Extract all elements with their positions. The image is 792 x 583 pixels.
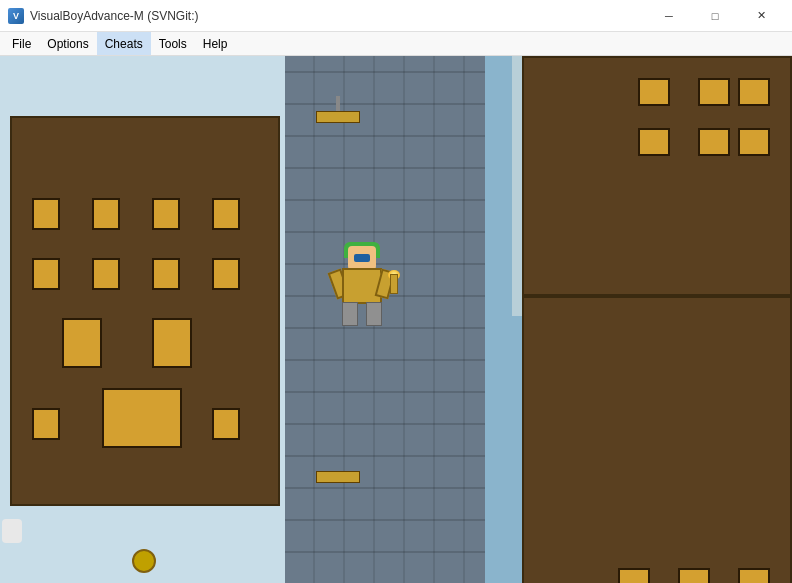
window-4 <box>212 198 240 230</box>
rwindow-7 <box>738 568 770 583</box>
rwindow-2 <box>638 78 670 106</box>
sprite-small <box>2 519 22 543</box>
char-torch <box>390 274 398 294</box>
rwindow-5 <box>638 128 670 156</box>
window-2 <box>92 198 120 230</box>
menu-item-cheats[interactable]: Cheats <box>97 32 151 55</box>
menu-item-options[interactable]: Options <box>39 32 96 55</box>
rwindow-8 <box>678 568 710 583</box>
char-leg-left <box>342 302 358 326</box>
window-5 <box>32 258 60 290</box>
window-10 <box>152 318 192 368</box>
rwindow-1 <box>698 78 730 106</box>
corridor-item-bottom <box>316 471 360 483</box>
rwindow-6 <box>738 128 770 156</box>
window-door <box>102 388 182 448</box>
minimize-button[interactable]: ─ <box>646 0 692 32</box>
corridor-item-top <box>316 111 360 123</box>
app-icon: V <box>8 8 24 24</box>
window-6 <box>92 258 120 290</box>
window-1 <box>32 198 60 230</box>
snow-roof <box>0 56 290 116</box>
window-9 <box>62 318 102 368</box>
rwindow-3 <box>738 78 770 106</box>
title-bar-left: V VisualBoyAdvance-M (SVNGit:) <box>8 8 199 24</box>
title-bar: V VisualBoyAdvance-M (SVNGit:) ─ □ ✕ <box>0 0 792 32</box>
player-character <box>330 246 394 326</box>
window-8 <box>212 258 240 290</box>
building-right-bottom <box>522 296 792 583</box>
window-7 <box>152 258 180 290</box>
window-controls: ─ □ ✕ <box>646 0 784 32</box>
maximize-button[interactable]: □ <box>692 0 738 32</box>
window-12 <box>212 408 240 440</box>
char-face <box>354 254 370 262</box>
barrel-item <box>132 549 156 573</box>
window-11 <box>32 408 60 440</box>
rwindow-9 <box>618 568 650 583</box>
game-canvas <box>0 56 792 583</box>
title-bar-title: VisualBoyAdvance-M (SVNGit:) <box>30 9 199 23</box>
char-leg-right <box>366 302 382 326</box>
corridor-pole <box>336 96 340 112</box>
char-head <box>348 246 376 270</box>
menu-bar: File Options Cheats Tools Help <box>0 32 792 56</box>
window-3 <box>152 198 180 230</box>
menu-item-tools[interactable]: Tools <box>151 32 195 55</box>
building-left <box>10 116 280 506</box>
menu-item-file[interactable]: File <box>4 32 39 55</box>
close-button[interactable]: ✕ <box>738 0 784 32</box>
building-right-top <box>522 56 792 296</box>
rwindow-4 <box>698 128 730 156</box>
game-viewport <box>0 56 792 583</box>
menu-item-help[interactable]: Help <box>195 32 236 55</box>
